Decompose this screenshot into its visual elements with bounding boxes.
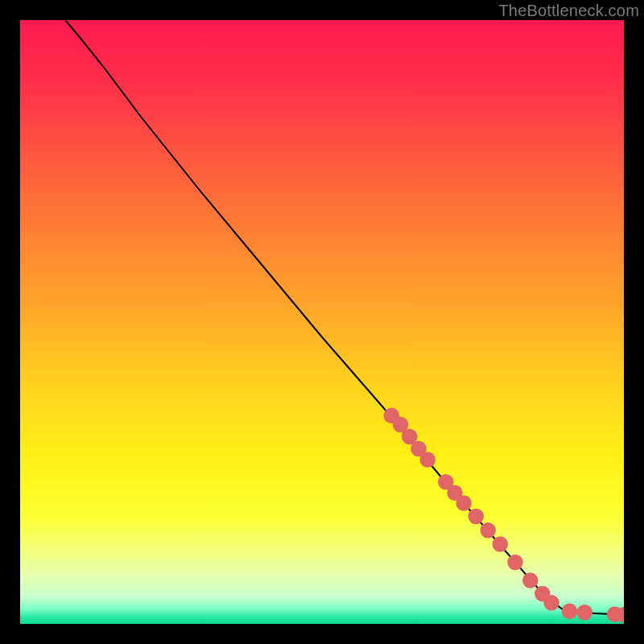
data-point [481, 522, 497, 539]
data-point [522, 572, 539, 588]
data-markers [384, 408, 625, 623]
data-point [577, 605, 593, 621]
data-point [507, 555, 523, 571]
data-point [420, 452, 436, 468]
data-point [543, 595, 559, 611]
data-point [456, 495, 473, 511]
data-point [493, 536, 509, 552]
data-point [562, 604, 578, 620]
chart-frame: TheBottleneck.com [0, 0, 644, 644]
bottleneck-curve [65, 20, 624, 615]
attribution-text: TheBottleneck.com [498, 2, 639, 20]
plot-area [20, 20, 624, 624]
data-point [469, 509, 485, 525]
curve-layer [20, 20, 624, 624]
